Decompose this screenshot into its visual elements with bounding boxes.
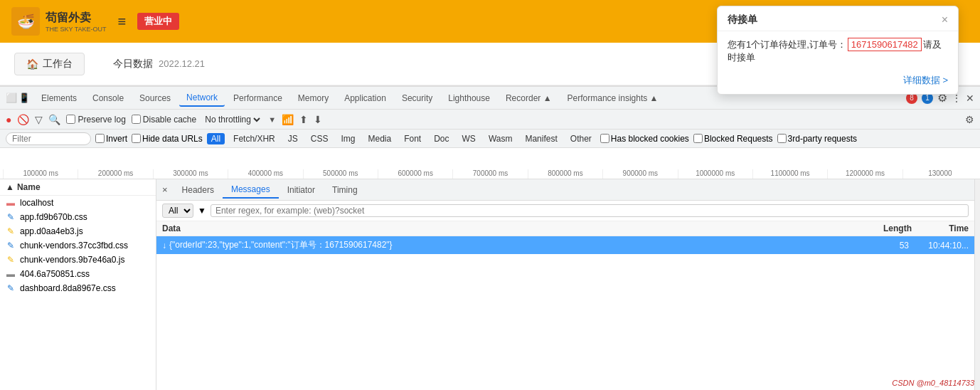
filter-tag-fetch[interactable]: Fetch/XHR [229,133,279,144]
throttle-arrow[interactable]: ▼ [268,115,276,124]
wifi-icon[interactable]: 📶 [282,114,294,125]
invert-checkbox[interactable]: Invert [95,134,127,144]
list-item[interactable]: ▬ localhost [0,196,156,210]
upload-icon[interactable]: ⬆ [299,114,308,125]
notification-footer[interactable]: 详细数据 > [718,71,958,94]
ws-tab-headers[interactable]: Headers [174,182,223,198]
list-item[interactable]: ✎ chunk-vendors.37cc3fbd.css [0,238,156,253]
filter-input[interactable] [6,132,91,145]
notification-body: 您有1个订单待处理,订单号：1671590617482请及时接单 [718,31,958,71]
tab-elements[interactable]: Elements [34,90,84,106]
today-date: 2022.12.21 [159,58,205,69]
css-icon: ✎ [6,212,16,222]
search-icon[interactable]: 🔍 [48,114,60,125]
ws-tab-messages[interactable]: Messages [223,181,279,199]
invert-input[interactable] [95,134,105,143]
filter-tag-wasm[interactable]: Wasm [484,133,517,144]
tab-network[interactable]: Network [179,90,225,107]
blocked-requests-input[interactable] [693,134,703,143]
ws-tab-timing[interactable]: Timing [324,182,366,198]
tab-performance[interactable]: Performance [226,90,289,106]
app-header: 🍜 苟留外卖 THE SKY TAKE-OUT ≡ 营业中 待接单 × 您有1个… [0,0,980,43]
devtools-device-icon[interactable]: 📱 [18,93,30,103]
file-name: chunk-vendors.9b7e46a0.js [20,255,124,265]
devtools-content: ▲ Name ▬ localhost ✎ app.fd9b670b.css ✎ … [0,179,980,390]
clear-icon[interactable]: 🚫 [17,114,29,125]
filter-tag-media[interactable]: Media [363,133,395,144]
notification-body-prefix: 您有1个订单待处理,订单号： [728,39,846,50]
invert-label: Invert [106,134,127,144]
ws-filter-arrow[interactable]: ▼ [198,206,206,216]
ws-filter-input[interactable] [211,204,969,217]
throttle-select[interactable]: No throttling [202,114,262,125]
file-name: app.d0aa4eb3.js [20,226,83,236]
tab-application[interactable]: Application [337,90,393,106]
ws-data-content: {"orderId":23,"type":1,"content":"订单号：16… [169,239,863,251]
data-col-header: Data [162,223,869,233]
ws-filter-select[interactable]: All [162,204,193,218]
ws-data-header: Data Length Time [156,221,974,236]
list-item[interactable]: ✎ chunk-vendors.9b7e46a0.js [0,253,156,267]
workspace-button[interactable]: 🏠 工作台 [14,53,85,75]
tab-memory[interactable]: Memory [291,90,336,106]
logo-text: 苟留外卖 THE SKY TAKE-OUT [46,11,107,33]
download-icon[interactable]: ⬇ [314,114,322,125]
settings-gear-right[interactable]: ⚙ [965,114,974,125]
disable-cache-input[interactable] [132,115,141,124]
blocked-cookies-input[interactable] [600,134,609,143]
home-icon: 🏠 [26,58,38,70]
third-party-input[interactable] [777,134,787,143]
menu-icon[interactable]: ≡ [118,14,127,30]
hide-data-urls-checkbox[interactable]: Hide data URLs [132,134,203,144]
tab-sources[interactable]: Sources [132,90,178,106]
tab-console[interactable]: Console [85,90,131,106]
devtools-panel: ⬜ 📱 Elements Console Sources Network Per… [0,85,980,390]
filter-tag-all[interactable]: All [207,133,225,144]
file-name: dashboard.8da8967e.css [20,283,116,293]
file-name: app.fd9b670b.css [20,212,87,222]
tick-3: 300000 ms [153,169,228,179]
tab-security[interactable]: Security [395,90,440,106]
blocked-cookies-checkbox[interactable]: Has blocked cookies [600,134,689,144]
ws-data-time: 10:44:10... [912,241,969,251]
preserve-log-input[interactable] [66,115,75,124]
record-icon[interactable]: ● [6,114,11,125]
ws-tab-initiator[interactable]: Initiator [279,182,324,198]
notification-header: 待接单 × [718,6,958,31]
tab-perf-insights[interactable]: Performance insights ▲ [560,90,666,106]
third-party-checkbox[interactable]: 3rd-party requests [777,134,857,144]
preserve-log-checkbox[interactable]: Preserve log [66,115,125,125]
tab-lighthouse[interactable]: Lighthouse [441,90,497,106]
filter-tag-css[interactable]: CSS [307,133,333,144]
list-item[interactable]: ✎ app.d0aa4eb3.js [0,224,156,238]
list-item[interactable]: ✎ dashboard.8da8967e.css [0,281,156,295]
today-label: 今日数据 [113,58,153,70]
file-list-header: ▲ Name [0,179,156,196]
devtools-scrollbar[interactable] [974,179,980,390]
filter-tag-manifest[interactable]: Manifest [521,133,561,144]
disable-cache-checkbox[interactable]: Disable cache [132,115,196,125]
tick-5: 500000 ms [303,169,378,179]
filter-tag-ws[interactable]: WS [458,133,480,144]
ws-close-icon[interactable]: × [162,184,168,195]
notification-close-icon[interactable]: × [942,14,948,26]
filter-tag-img[interactable]: Img [336,133,359,144]
list-item[interactable]: ✎ app.fd9b670b.css [0,210,156,224]
close-devtools-icon[interactable]: ✕ [966,93,974,104]
filter-tag-doc[interactable]: Doc [430,133,453,144]
timeline-bar: 100000 ms 200000 ms 300000 ms 400000 ms … [0,148,980,179]
file-icon: ▬ [6,269,16,279]
blocked-requests-checkbox[interactable]: Blocked Requests [693,134,773,144]
filter-tag-js[interactable]: JS [284,133,302,144]
filter-tag-font[interactable]: Font [400,133,425,144]
tab-recorder[interactable]: Recorder ▲ [499,90,559,106]
list-item[interactable]: ▬ 404.6a750851.css [0,267,156,281]
tick-9: 900000 ms [602,169,677,179]
ws-data-row[interactable]: ↓ {"orderId":23,"type":1,"content":"订单号：… [156,236,974,254]
filter-icon[interactable]: ▽ [35,114,43,125]
sort-up-icon[interactable]: ▲ [6,182,14,192]
ws-tab-bar: × Headers Messages Initiator Timing [156,179,974,201]
hide-data-urls-input[interactable] [132,134,141,143]
filter-tag-other[interactable]: Other [566,133,596,144]
devtools-inspect-icon[interactable]: ⬜ [6,93,17,103]
